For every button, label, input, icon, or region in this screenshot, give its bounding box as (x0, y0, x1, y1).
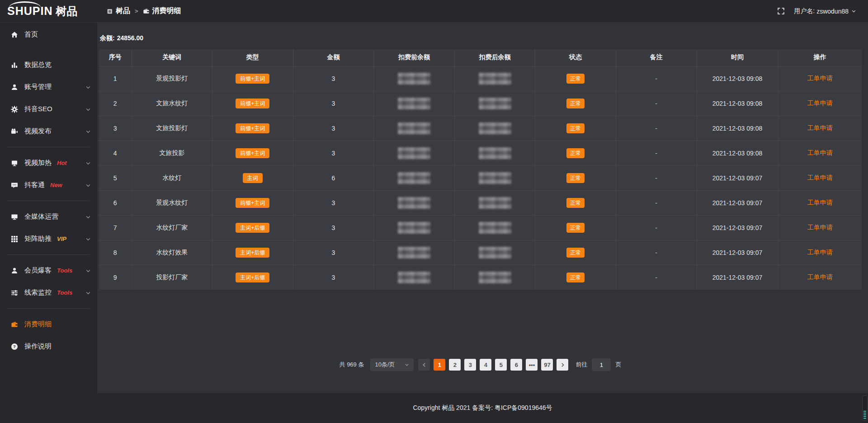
cell-remark: - (616, 165, 697, 190)
type-badge: 前缀+主词 (236, 198, 269, 208)
cell-index: 4 (99, 141, 132, 165)
cell-type: 前缀+主词 (212, 91, 293, 116)
cell-balance-before (374, 265, 455, 290)
redacted-balance-before (398, 247, 430, 258)
cell-action: 工单申请 (778, 265, 862, 290)
cell-time: 2021-12-03 09:07 (697, 165, 778, 190)
chevron-down-icon (85, 129, 91, 134)
content: 余额:24856.00 序号关键词类型金额扣费前余额扣费后余额状态备注时间操作 … (97, 23, 868, 393)
sidebar-item-home[interactable]: 首页 (0, 24, 97, 46)
more-pages-button[interactable]: ••• (526, 359, 538, 371)
page-button-1[interactable]: 1 (434, 359, 445, 371)
table-row: 9投影灯厂家主词+后缀3正常-2021-12-03 09:07工单申请 (99, 265, 862, 290)
column-header: 扣费前余额 (374, 49, 455, 66)
username-menu[interactable]: 用户名: zswodun88 (794, 7, 856, 15)
redacted-balance-after (479, 197, 511, 209)
status-badge: 正常 (566, 123, 585, 133)
work-order-link[interactable]: 工单申请 (807, 249, 833, 256)
cell-amount: 3 (293, 91, 374, 116)
page-button-6[interactable]: 6 (510, 359, 522, 371)
sidebar-item-matrix-boost[interactable]: 矩阵助推VIP (0, 228, 97, 250)
sidebar-item-video-publish[interactable]: 视频发布 (0, 120, 97, 142)
page-button-3[interactable]: 3 (464, 359, 476, 371)
cell-action: 工单申请 (778, 165, 862, 190)
work-order-link[interactable]: 工单申请 (807, 124, 833, 132)
page-size-select[interactable]: 10条/页 (370, 358, 414, 371)
work-order-link[interactable]: 工单申请 (807, 199, 833, 206)
sidebar-item-douyin-seo[interactable]: 抖音SEO (0, 98, 97, 120)
work-order-link[interactable]: 工单申请 (807, 174, 833, 181)
cell-balance-after (454, 240, 535, 265)
goto-label: 前往 (576, 361, 587, 369)
work-order-link[interactable]: 工单申请 (807, 75, 833, 82)
table-row: 5水纹灯主词6正常-2021-12-03 09:07工单申请 (99, 165, 862, 190)
cell-amount: 3 (293, 215, 374, 240)
cell-type: 前缀+主词 (212, 66, 293, 91)
breadcrumb-current[interactable]: 消费明细 (143, 6, 181, 16)
sidebar-item-member-burst[interactable]: 会员爆客Tools (0, 259, 97, 282)
sidebar-divider (7, 147, 90, 147)
cell-balance-after (454, 215, 535, 240)
cell-keyword: 投影灯厂家 (132, 265, 212, 290)
cell-remark: - (616, 265, 697, 290)
chat-icon (10, 182, 19, 189)
sidebar-item-clue-monitor[interactable]: 线索监控Tools (0, 282, 97, 304)
screen-icon (10, 160, 19, 167)
work-order-link[interactable]: 工单申请 (807, 273, 833, 281)
breadcrumb-label: 树品 (116, 6, 130, 16)
fullscreen-icon[interactable] (777, 7, 785, 15)
column-header: 操作 (778, 49, 862, 66)
sidebar-item-douketong[interactable]: 抖客通New (0, 174, 97, 196)
redacted-balance-before (398, 98, 430, 109)
sidebar-item-operation-guide[interactable]: ?操作说明 (0, 335, 97, 357)
type-badge: 主词+后缀 (236, 273, 269, 282)
sidebar-item-media-operation[interactable]: 全媒体运营 (0, 206, 97, 228)
sidebar-item-label: 会员爆客 (24, 266, 52, 275)
prev-page-button[interactable] (418, 359, 430, 371)
cell-amount: 3 (293, 141, 374, 165)
redacted-balance-after (479, 147, 511, 159)
chevron-down-icon (85, 107, 91, 112)
redacted-balance-before (398, 147, 430, 159)
column-header: 关键词 (132, 49, 212, 66)
cell-balance-after (454, 66, 535, 91)
redacted-balance-before (398, 272, 430, 283)
sidebar-item-video-heat[interactable]: 视频加热Hot (0, 152, 97, 174)
sidebar-divider (7, 308, 90, 309)
work-order-link[interactable]: 工单申请 (807, 224, 833, 231)
cell-status: 正常 (535, 66, 616, 91)
sidebar-item-account-manage[interactable]: 账号管理 (0, 76, 97, 98)
column-header: 序号 (99, 49, 132, 66)
breadcrumb-home[interactable]: 树品 (107, 6, 130, 16)
wallet-icon (10, 321, 19, 328)
page-button-4[interactable]: 4 (480, 359, 491, 371)
page-size-value: 10条/页 (375, 361, 395, 369)
breadcrumb-separator: > (135, 8, 138, 14)
redacted-balance-after (479, 73, 511, 85)
column-header: 备注 (616, 49, 697, 66)
cell-balance-before (374, 141, 455, 165)
work-order-link[interactable]: 工单申请 (807, 149, 833, 156)
cell-time: 2021-12-03 09:08 (697, 141, 778, 165)
table-row: 2文旅水纹灯前缀+主词3正常-2021-12-03 09:08工单申请 (99, 91, 862, 116)
cell-type: 主词+后缀 (212, 265, 293, 290)
status-badge: 正常 (566, 99, 585, 108)
chevron-down-icon (851, 9, 856, 14)
column-header: 类型 (212, 49, 293, 66)
page-buttons: 123456•••97 (418, 359, 568, 371)
page-button-97[interactable]: 97 (541, 359, 553, 371)
goto-page-input[interactable] (592, 358, 611, 371)
gear-icon (10, 106, 19, 113)
status-badge: 正常 (566, 148, 585, 158)
page-button-2[interactable]: 2 (449, 359, 461, 371)
sidebar-item-data-overview[interactable]: 数据总览 (0, 54, 97, 76)
work-order-link[interactable]: 工单申请 (807, 99, 833, 107)
cell-status: 正常 (535, 91, 616, 116)
table-row: 3文旅投影灯前缀+主词3正常-2021-12-03 09:08工单申请 (99, 116, 862, 141)
cell-action: 工单申请 (778, 91, 862, 116)
sidebar-item-consume-detail[interactable]: 消费明细 (0, 313, 97, 335)
next-page-button[interactable] (557, 359, 568, 371)
redacted-balance-before (398, 73, 430, 85)
page-button-5[interactable]: 5 (495, 359, 507, 371)
cell-time: 2021-12-03 09:07 (697, 265, 778, 290)
